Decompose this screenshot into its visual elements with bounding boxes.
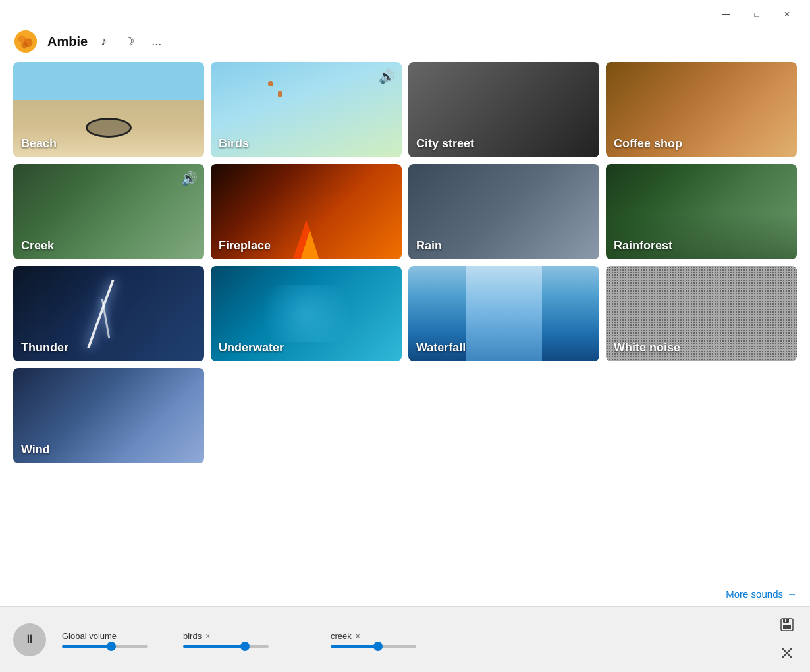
- moon-icon[interactable]: ☽: [120, 32, 138, 51]
- creek-close-button[interactable]: ×: [356, 633, 360, 640]
- fireplace-label: Fireplace: [219, 239, 271, 253]
- svg-rect-6: [783, 625, 791, 629]
- app-logo: [13, 29, 38, 54]
- minimize-button[interactable]: —: [711, 5, 742, 24]
- more-sounds-section: More sounds →: [0, 578, 810, 606]
- sound-card-thunder[interactable]: Thunder: [13, 266, 204, 361]
- rain-label: Rain: [416, 239, 442, 253]
- content-area: Beach 🔊 Birds City street: [0, 62, 810, 578]
- sound-card-coffee[interactable]: Coffee shop: [606, 62, 797, 157]
- sound-card-birds[interactable]: 🔊 Birds: [211, 62, 402, 157]
- maximize-button[interactable]: □: [742, 5, 772, 24]
- svg-point-3: [21, 42, 28, 48]
- creek-playing-icon: 🔊: [181, 170, 198, 186]
- thunder-label: Thunder: [21, 341, 68, 355]
- wind-label: Wind: [21, 443, 50, 457]
- player-close-button[interactable]: [778, 644, 796, 665]
- birds-sound-name: birds: [183, 631, 202, 641]
- whitenoise-label: White noise: [614, 341, 680, 355]
- sound-card-fireplace[interactable]: Fireplace: [211, 164, 402, 259]
- sound-card-waterfall[interactable]: Waterfall: [408, 266, 599, 361]
- beach-label: Beach: [21, 137, 57, 151]
- creek-active-sound: creek ×: [331, 631, 462, 648]
- global-volume-section: Global volume: [62, 631, 167, 648]
- app-header: Ambie ♪ ☽ ...: [0, 24, 810, 62]
- sound-card-creek[interactable]: 🔊 Creek: [13, 164, 204, 259]
- global-volume-label: Global volume: [62, 631, 167, 641]
- birds-label: Birds: [219, 137, 249, 151]
- sound-card-rain[interactable]: Rain: [408, 164, 599, 259]
- underwater-label: Underwater: [219, 341, 284, 355]
- more-sounds-label: More sounds: [726, 588, 783, 600]
- global-volume-slider[interactable]: [62, 645, 148, 648]
- music-icon[interactable]: ♪: [97, 32, 111, 51]
- creek-volume-slider[interactable]: [331, 645, 416, 648]
- creek-sound-name: creek: [331, 631, 352, 641]
- birds-playing-icon: 🔊: [379, 68, 395, 84]
- more-sounds-arrow: →: [787, 588, 797, 600]
- player-bar: ⏸ Global volume birds × creek ×: [0, 606, 810, 672]
- sound-card-whitenoise[interactable]: White noise: [606, 266, 797, 361]
- birds-volume-slider[interactable]: [183, 645, 269, 648]
- sound-card-rainforest[interactable]: Rainforest: [606, 164, 797, 259]
- sound-card-wind[interactable]: Wind: [13, 368, 204, 463]
- coffee-label: Coffee shop: [614, 137, 682, 151]
- rainforest-label: Rainforest: [614, 239, 672, 253]
- sound-grid: Beach 🔊 Birds City street: [13, 62, 797, 470]
- pause-icon: ⏸: [24, 633, 36, 646]
- svg-rect-7: [785, 619, 786, 622]
- app-name: Ambie: [47, 34, 88, 49]
- sound-card-beach[interactable]: Beach: [13, 62, 204, 157]
- more-menu-icon[interactable]: ...: [148, 32, 165, 51]
- sound-card-underwater[interactable]: Underwater: [211, 266, 402, 361]
- birds-close-button[interactable]: ×: [205, 633, 210, 640]
- play-pause-button[interactable]: ⏸: [13, 623, 46, 656]
- birds-active-sound: birds ×: [183, 631, 315, 648]
- close-button[interactable]: ✕: [772, 5, 802, 24]
- creek-label: Creek: [21, 239, 54, 253]
- player-bar-right: [777, 615, 797, 665]
- waterfall-label: Waterfall: [416, 341, 466, 355]
- title-bar: — □ ✕: [0, 0, 810, 24]
- city-label: City street: [416, 137, 474, 151]
- more-sounds-link[interactable]: More sounds →: [726, 588, 797, 600]
- save-button[interactable]: [777, 615, 797, 638]
- sound-card-city[interactable]: City street: [408, 62, 599, 157]
